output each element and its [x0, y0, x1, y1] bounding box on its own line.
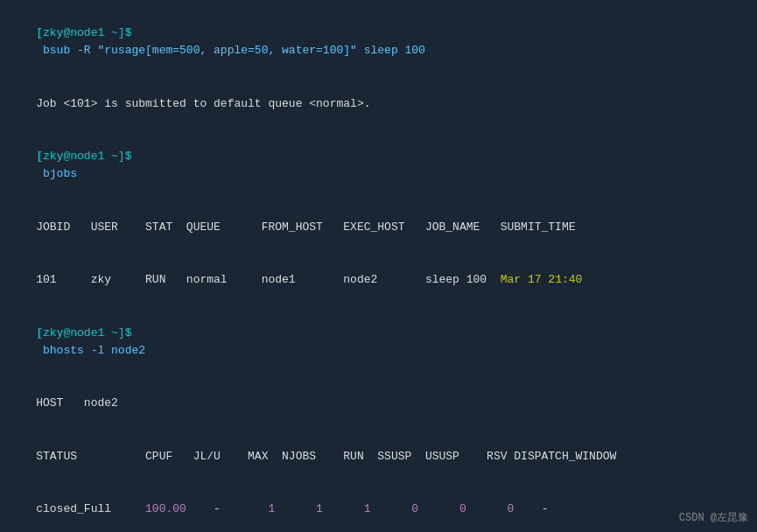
bsub-command-line: [zky@node1 ~]$ bsub -R "rusage[mem=500, …: [9, 7, 748, 78]
csdn-watermark: CSDN @左昆豫: [679, 510, 748, 525]
job-submitted-text: Job <101> is submitted to default queue …: [36, 97, 370, 110]
job-submitted-line: Job <101> is submitted to default queue …: [9, 78, 748, 130]
status-row: closed_Full 100.00 - 1 1 1 0 0 0 -: [9, 483, 748, 532]
bsub-cmd: bsub -R "rusage[mem=500, apple=50, water…: [36, 44, 425, 57]
bjobs-command-line: [zky@node1 ~]$ bjobs: [9, 130, 748, 201]
ssusp-value: 0: [411, 502, 418, 515]
prompt-3: [zky@node1 ~]$: [36, 326, 131, 340]
njobs-value: 1: [316, 502, 323, 515]
terminal: [zky@node1 ~]$ bsub -R "rusage[mem=500, …: [0, 0, 757, 532]
bjobs-cmd: bjobs: [36, 167, 77, 180]
status-header: STATUS CPUF JL/U MAX NJOBS RUN SSUSP USU…: [9, 430, 748, 482]
run-value: 1: [364, 502, 371, 515]
bhosts-command-line: [zky@node1 ~]$ bhosts -l node2: [9, 306, 748, 377]
prompt-2: [zky@node1 ~]$: [36, 150, 131, 163]
ususp-value: 0: [459, 502, 466, 515]
bhosts-cmd: bhosts -l node2: [36, 344, 145, 357]
cpuf-value: 100.00: [145, 502, 186, 515]
bjobs-header: JOBID USER STAT QUEUE FROM_HOST EXEC_HOS…: [9, 201, 748, 254]
prompt-1: [zky@node1 ~]$: [36, 26, 131, 39]
host-line: HOST node2: [9, 377, 748, 430]
submit-time: Mar 17 21:40: [501, 273, 583, 286]
bjobs-row: 101 zky RUN normal node1 node2 sleep 100…: [9, 254, 748, 306]
